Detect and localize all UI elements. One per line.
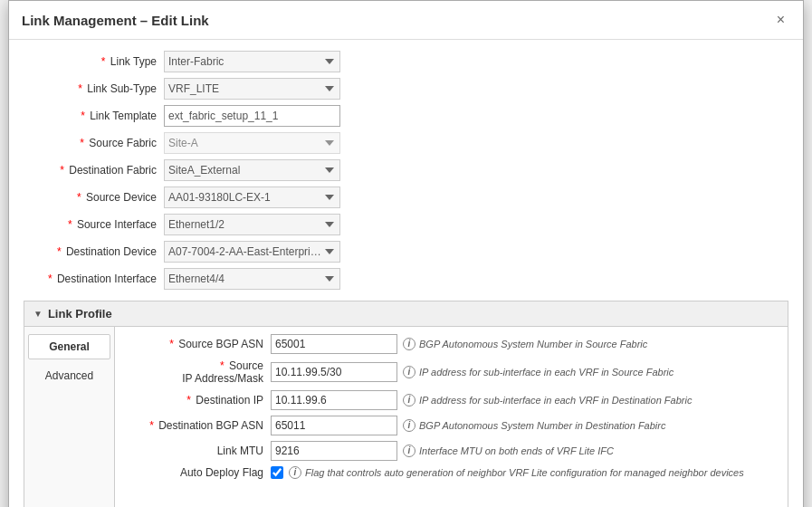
- link-profile-section: ▼ Link Profile General Advanced * Source…: [24, 301, 788, 507]
- auto-deploy-row: Auto Deploy Flag i Flag that controls au…: [126, 466, 777, 479]
- destination-interface-label: * Destination Interface: [24, 268, 164, 290]
- profile-content: General Advanced * Source BGP ASN i BGP …: [24, 327, 788, 507]
- destination-interface-select[interactable]: Ethernet4/4: [164, 268, 340, 290]
- source-bgp-asn-info: i BGP Autonomous System Number in Source…: [403, 338, 647, 350]
- profile-main-content: * Source BGP ASN i BGP Autonomous System…: [115, 327, 788, 507]
- info-icon-2: i: [403, 366, 416, 378]
- profile-tabs: General Advanced: [24, 327, 115, 507]
- source-ip-row: * SourceIP Address/Mask i IP address for…: [126, 359, 777, 385]
- modal-container: Link Management – Edit Link × * Link Typ…: [8, 0, 804, 507]
- required-star-4: *: [80, 137, 84, 149]
- link-type-select[interactable]: Inter-Fabric: [164, 51, 340, 72]
- source-interface-row: * Source Interface Ethernet1/2: [24, 214, 788, 235]
- source-ip-info: i IP address for sub-interface in each V…: [403, 366, 673, 378]
- source-device-select[interactable]: AA01-93180LC-EX-1: [164, 187, 340, 208]
- link-mtu-row: Link MTU i Interface MTU on both ends of…: [126, 441, 777, 461]
- close-button[interactable]: ×: [771, 10, 790, 30]
- destination-bgp-asn-label: * Destination BGP ASN: [126, 419, 271, 432]
- info-icon-1: i: [403, 338, 416, 350]
- top-form: * Link Type Inter-Fabric * Link Sub-Type…: [24, 51, 788, 292]
- source-ip-input[interactable]: [271, 362, 397, 382]
- destination-ip-label: * Destination IP: [126, 394, 271, 407]
- destination-fabric-label: * Destination Fabric: [24, 159, 164, 181]
- link-mtu-desc: Interface MTU on both ends of VRF Lite I…: [419, 445, 614, 456]
- destination-bgp-asn-desc: BGP Autonomous System Number in Destinat…: [419, 420, 665, 431]
- info-icon-3: i: [403, 394, 416, 407]
- info-icon-5: i: [403, 445, 416, 457]
- source-interface-select[interactable]: Ethernet1/2: [164, 214, 340, 235]
- source-bgp-asn-label: * Source BGP ASN: [126, 338, 271, 350]
- auto-deploy-desc: Flag that controls auto generation of ne…: [305, 467, 744, 478]
- source-ip-desc: IP address for sub-interface in each VRF…: [419, 367, 673, 378]
- required-star-3: *: [81, 110, 85, 122]
- source-bgp-asn-row: * Source BGP ASN i BGP Autonomous System…: [126, 334, 777, 354]
- link-mtu-label: Link MTU: [126, 445, 271, 457]
- source-fabric-row: * Source Fabric Site-A: [24, 132, 788, 154]
- destination-bgp-asn-info: i BGP Autonomous System Number in Destin…: [403, 419, 665, 432]
- profile-header[interactable]: ▼ Link Profile: [24, 301, 788, 327]
- profile-section-title: Link Profile: [48, 307, 112, 320]
- source-device-row: * Source Device AA01-93180LC-EX-1: [24, 187, 788, 208]
- required-star-9: *: [48, 273, 53, 285]
- source-ip-label: * SourceIP Address/Mask: [126, 359, 271, 385]
- auto-deploy-info: i Flag that controls auto generation of …: [289, 466, 744, 479]
- destination-ip-desc: IP address for sub-interface in each VRF…: [419, 395, 692, 406]
- destination-device-row: * Destination Device A07-7004-2-AA-East-…: [24, 241, 788, 263]
- link-type-row: * Link Type Inter-Fabric: [24, 51, 788, 72]
- link-mtu-input[interactable]: [271, 441, 397, 461]
- link-template-label: * Link Template: [24, 105, 164, 127]
- link-template-row: * Link Template ext_fabric_setup_11_1: [24, 105, 788, 127]
- source-interface-label: * Source Interface: [24, 214, 164, 235]
- source-bgp-asn-desc: BGP Autonomous System Number in Source F…: [419, 339, 647, 349]
- modal-title: Link Management – Edit Link: [22, 13, 209, 28]
- required-star-5: *: [60, 164, 64, 177]
- tab-advanced[interactable]: Advanced: [28, 363, 110, 388]
- destination-fabric-row: * Destination Fabric SiteA_External: [24, 159, 788, 181]
- destination-bgp-asn-input[interactable]: [271, 416, 397, 435]
- link-template-select[interactable]: ext_fabric_setup_11_1: [164, 105, 340, 127]
- link-subtype-label: * Link Sub-Type: [24, 78, 164, 100]
- required-star-7: *: [68, 218, 72, 231]
- source-bgp-asn-input[interactable]: [271, 334, 397, 354]
- destination-device-label: * Destination Device: [24, 241, 164, 263]
- modal-body: * Link Type Inter-Fabric * Link Sub-Type…: [9, 40, 803, 507]
- link-subtype-select[interactable]: VRF_LITE: [164, 78, 340, 100]
- link-mtu-info: i Interface MTU on both ends of VRF Lite…: [403, 445, 614, 457]
- source-fabric-label: * Source Fabric: [24, 132, 164, 154]
- destination-ip-row: * Destination IP i IP address for sub-in…: [126, 390, 777, 410]
- destination-ip-input[interactable]: [271, 390, 397, 410]
- auto-deploy-checkbox[interactable]: [271, 466, 283, 479]
- required-star-8: *: [57, 245, 62, 258]
- source-device-label: * Source Device: [24, 187, 164, 208]
- required-star: *: [101, 55, 106, 68]
- info-icon-6: i: [289, 466, 301, 479]
- auto-deploy-label: Auto Deploy Flag: [126, 466, 271, 479]
- destination-device-select[interactable]: A07-7004-2-AA-East-Enterpri…: [164, 241, 340, 263]
- source-fabric-select[interactable]: Site-A: [164, 132, 340, 154]
- required-star-2: *: [78, 82, 82, 95]
- info-icon-4: i: [403, 419, 416, 432]
- destination-bgp-asn-row: * Destination BGP ASN i BGP Autonomous S…: [126, 416, 777, 435]
- link-type-label: * Link Type: [24, 51, 164, 72]
- collapse-icon: ▼: [33, 309, 43, 319]
- link-subtype-row: * Link Sub-Type VRF_LITE: [24, 78, 788, 100]
- required-star-6: *: [77, 191, 81, 204]
- destination-interface-row: * Destination Interface Ethernet4/4: [24, 268, 788, 290]
- modal-header: Link Management – Edit Link ×: [9, 1, 803, 40]
- tab-general[interactable]: General: [28, 334, 110, 359]
- destination-fabric-select[interactable]: SiteA_External: [164, 159, 340, 181]
- destination-ip-info: i IP address for sub-interface in each V…: [403, 394, 692, 407]
